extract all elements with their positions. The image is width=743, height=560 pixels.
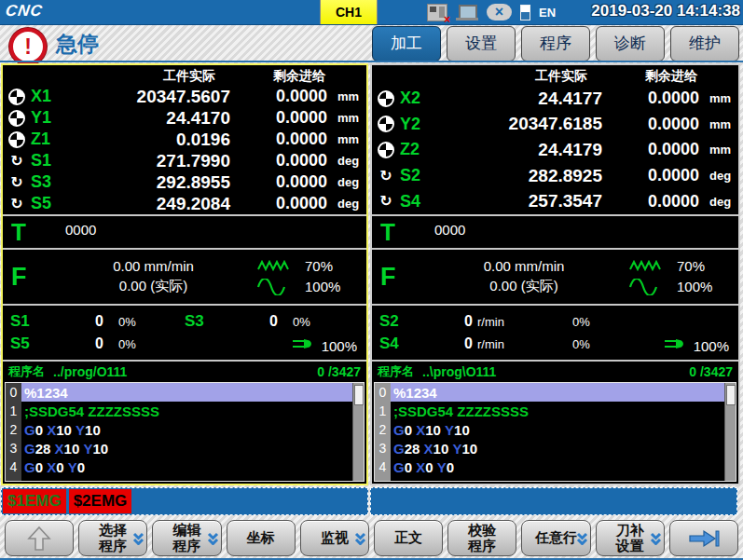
axis-remain-value: 0.0000 (230, 108, 327, 128)
axis-rows: X224.41770.0000mmY220347.61850.0000mmZ22… (372, 86, 738, 214)
keyboard-icon[interactable] (520, 5, 530, 20)
channel-tab[interactable]: CH1 (320, 0, 378, 24)
toolbar-button-verify-program[interactable]: 校验 程序 (447, 520, 516, 556)
axis-actual-value: 24.4170 (81, 108, 230, 129)
axis-header: 工件实际剩余进给 (3, 67, 366, 86)
toolbar-button-monitor[interactable]: 监视 (300, 520, 369, 556)
line-number: 4 (6, 458, 21, 476)
line-text: (PROGRAM NAME - HQ063 - DI530rи2.5 D02)) (21, 476, 352, 482)
program-name-label: 程序名 (8, 363, 45, 380)
toolbar-button-tool-comp-settings[interactable]: 刀补 设置 (596, 520, 665, 556)
spindle-unit: r/min (473, 315, 520, 329)
line-number: 5 (6, 476, 21, 482)
axis-unit: mm (327, 111, 366, 125)
toolbar-label: 选择 程序 (99, 523, 127, 554)
spindle-speed: 0 (216, 313, 278, 330)
rapid-wave-icon (256, 259, 305, 272)
axis-unit: mm (699, 143, 738, 157)
alarm-badge: $1EMG (3, 489, 66, 513)
main-menu-tabs: 加工设置程序诊断维护 (372, 26, 739, 61)
scrollbar[interactable] (352, 383, 364, 481)
axis-name: Y2 (400, 115, 450, 134)
toolbar-label: 坐标 (247, 530, 275, 546)
main-tab-3[interactable]: 程序 (521, 26, 590, 61)
spindle-name: S4 (379, 335, 411, 353)
line-number: 1 (6, 402, 21, 420)
line-text: (PROGRAM NAME - HQ063 - DI530rи2.5 D02)) (391, 476, 724, 482)
axis-name: S2 (400, 166, 450, 185)
feed-actual: 0.00 (实际) (50, 278, 256, 295)
emergency-stop-label: 急停 (56, 30, 99, 59)
axis-remain-value: 0.0000 (602, 192, 699, 212)
axis-unit: deg (327, 154, 366, 168)
line-number: 3 (375, 439, 391, 458)
spindle-row: S20r/min0% (379, 312, 731, 331)
toolbar-button-select-program[interactable]: 选择 程序 (78, 520, 147, 556)
close-icon[interactable] (487, 4, 512, 20)
program-line[interactable]: 4G0 X0 Y0 (6, 458, 352, 476)
program-line[interactable]: 1;SSDG54 ZZZZSSSS (375, 402, 724, 420)
main-tab-4[interactable]: 诊断 (596, 26, 665, 61)
toolbar-button-arbitrary-line[interactable]: 任意行 (521, 520, 590, 556)
main-tab-5[interactable]: 维护 (670, 26, 739, 61)
toolbar-button-next-page[interactable] (669, 520, 738, 556)
feed-programmed: 0.00 mm/min (50, 258, 256, 274)
program-listing: 0%12341;SSDG54 ZZZZSSSS2G0 X10 Y103G28 X… (374, 382, 736, 482)
line-number: 5 (375, 476, 391, 482)
feed-actual-row: 0.00 (实际)100% (420, 278, 738, 295)
program-line[interactable]: 0%1234 (6, 383, 352, 402)
program-line[interactable]: 4G0 X0 Y0 (375, 458, 724, 476)
alarm-bar-channel-2 (370, 487, 737, 515)
machine-offline-icon[interactable] (427, 4, 447, 21)
spindle-override-icon (291, 337, 315, 354)
feed-actual: 0.00 (实际) (420, 278, 628, 295)
scrollbar[interactable] (724, 383, 736, 481)
line-text: G0 X10 Y10 (21, 420, 352, 439)
line-text: G0 X0 Y0 (21, 458, 352, 476)
axis-header-remain: 剩余进给 (602, 68, 699, 85)
axis-name: X1 (31, 87, 81, 106)
main-tab-2[interactable]: 设置 (447, 26, 516, 61)
program-line[interactable]: 0%1234 (375, 383, 724, 402)
language-indicator[interactable]: EN (539, 6, 556, 20)
axis-remain-value: 0.0000 (602, 166, 699, 185)
toolbar-button-text-body[interactable]: 正文 (374, 520, 443, 556)
program-line[interactable]: 2G0 X10 Y10 (6, 420, 352, 439)
axis-remain-value: 0.0000 (230, 130, 327, 149)
datetime: 2019-03-20 14:14:38 (591, 2, 740, 20)
feed-values: 0.00 mm/min70%0.00 (实际)100% (50, 250, 366, 304)
spindle-override: 100% (663, 337, 729, 354)
feed-values: 0.00 mm/min70%0.00 (实际)100% (420, 250, 738, 304)
scrollbar-thumb[interactable] (726, 385, 736, 405)
pc-icon[interactable] (456, 5, 478, 20)
channel-2-panel: 工件实际剩余进给X224.41770.0000mmY220347.61850.0… (370, 63, 740, 485)
spindle-override-icon (663, 337, 687, 354)
spindle-section: S20r/min0%S40r/min0%100% (372, 304, 738, 360)
system-tray: EN (427, 3, 556, 21)
axis-row-S3: ↻S3292.89550.0000deg (3, 172, 366, 193)
scrollbar-thumb[interactable] (354, 385, 364, 405)
axis-row-Z1: Z10.01960.0000mm (3, 130, 366, 150)
program-line[interactable]: 5(PROGRAM NAME - HQ063 - DI530rи2.5 D02)… (375, 476, 724, 482)
program-header: 程序名../prog/O1110 /3427 (3, 360, 366, 382)
spindle-speed: 0 (411, 313, 473, 330)
program-line[interactable]: 3G28 X10 Y10 (6, 439, 352, 458)
program-line[interactable]: 5(PROGRAM NAME - HQ063 - DI530rи2.5 D02)… (6, 476, 352, 482)
channel-1-panel: 工件实际剩余进给X120347.56070.0000mmY124.41700.0… (1, 63, 368, 485)
axis-actual-value: 20347.5607 (81, 87, 230, 107)
toolbar-button-nav-up[interactable] (5, 520, 74, 556)
main-tab-1[interactable]: 加工 (372, 26, 441, 61)
spindle-speed: 0 (411, 335, 473, 352)
program-line[interactable]: 1;SSDG54 ZZZZSSSS (6, 402, 352, 420)
program-line[interactable]: 2G0 X10 Y10 (375, 420, 724, 439)
chevron-down-icon (354, 532, 366, 545)
axis-row-Y2: Y220347.61850.0000mm (372, 114, 738, 134)
spindle-name: S3 (185, 312, 216, 331)
toolbar-button-coordinates[interactable]: 坐标 (227, 520, 296, 556)
program-line[interactable]: 3G28 X10 Y10 (375, 439, 724, 458)
axis-actual-value: 271.7990 (81, 151, 230, 171)
line-number: 2 (375, 420, 391, 439)
toolbar-label: 编辑 程序 (173, 523, 201, 554)
toolbar-button-edit-program[interactable]: 编辑 程序 (152, 520, 221, 556)
axis-actual-value: 24.4179 (450, 140, 602, 160)
